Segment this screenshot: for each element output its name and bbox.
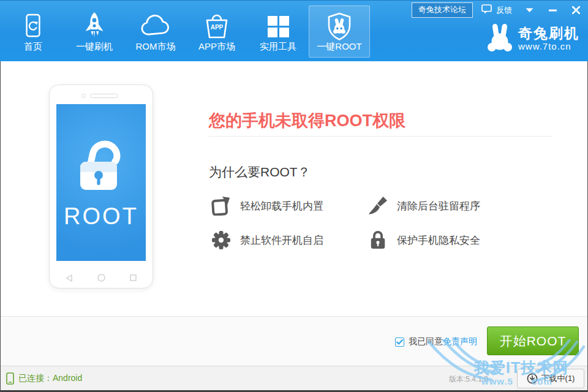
feature-label: 轻松卸载手机内置 xyxy=(240,199,323,213)
app-window: 首页 一键刷机 xyxy=(0,0,588,392)
rocket-icon xyxy=(82,12,107,40)
agree-checkbox[interactable] xyxy=(395,337,404,347)
brand-logo: 奇兔刷机 www.7to.cn xyxy=(487,23,579,55)
close-button[interactable] xyxy=(567,4,584,17)
feature-label: 禁止软件开机自启 xyxy=(240,233,323,247)
shield-rabbit-icon xyxy=(325,12,354,40)
uninstall-icon xyxy=(211,196,231,216)
feature-label: 保护手机隐私安全 xyxy=(397,233,480,247)
divider xyxy=(209,136,552,137)
nav-label: 一键ROOT xyxy=(317,41,361,53)
agreement-row: 我已同意 免责声明 xyxy=(395,336,477,347)
menu-dropdown-button[interactable] xyxy=(521,4,538,17)
nav-label: ROM市场 xyxy=(136,41,176,53)
connection-text: 已连接：Android xyxy=(18,373,82,384)
nav-label: 实用工具 xyxy=(260,41,296,53)
cloud-icon xyxy=(140,12,172,40)
window-topbar: 奇兔技术论坛 反馈 xyxy=(412,2,584,18)
window-body: ROOT 您的手机未取得ROOT权限 为什么要ROOT？ xyxy=(0,61,588,392)
brand-url: www.7to.cn xyxy=(518,41,579,51)
feature-privacy: 保护手机隐私安全 xyxy=(368,230,480,250)
gear-icon xyxy=(211,230,231,250)
why-root-heading: 为什么要ROOT？ xyxy=(209,164,311,181)
app-bag-icon-text: APP xyxy=(211,24,224,31)
android-back-icon xyxy=(66,274,73,282)
main-content: ROOT 您的手机未取得ROOT权限 为什么要ROOT？ xyxy=(1,61,587,316)
feature-label: 清除后台驻留程序 xyxy=(397,199,480,213)
nav-label: 首页 xyxy=(24,41,42,53)
download-label: 下载中(1) xyxy=(541,373,575,384)
main-nav: 首页 一键刷机 xyxy=(2,1,370,58)
phone-speaker xyxy=(90,94,118,98)
nav-item-flash[interactable]: 一键刷机 xyxy=(64,6,125,58)
broom-icon xyxy=(368,196,388,216)
android-home-icon xyxy=(97,274,105,282)
nav-item-one-key-root[interactable]: 一键ROOT xyxy=(309,6,370,58)
nav-label: 一键刷机 xyxy=(76,41,113,53)
phone-refresh-icon xyxy=(21,12,45,40)
download-icon xyxy=(527,373,538,384)
feedback-button[interactable]: 反馈 xyxy=(479,3,514,17)
header: 首页 一键刷机 xyxy=(0,0,588,61)
disclaimer-link[interactable]: 免责声明 xyxy=(443,336,477,347)
nav-item-home[interactable]: 首页 xyxy=(2,6,64,58)
unlock-padlock-icon xyxy=(67,135,135,197)
action-bar: 我已同意 免责声明 开始ROOT xyxy=(1,316,587,366)
download-button[interactable]: 下载中(1) xyxy=(517,369,584,388)
status-bar: 已连接：Android 版本:5.4.1.0 下载中(1) xyxy=(1,366,587,390)
tiles-icon xyxy=(266,12,290,40)
nav-item-rom-market[interactable]: ROM市场 xyxy=(125,6,186,58)
speech-bubble-icon xyxy=(481,4,492,16)
phone-screen: ROOT xyxy=(56,104,146,261)
checkmark-icon xyxy=(396,339,403,345)
forum-button[interactable]: 奇兔技术论坛 xyxy=(412,2,473,18)
phone-screen-text: ROOT xyxy=(64,203,138,230)
android-recents-icon xyxy=(130,274,137,281)
chevron-down-icon xyxy=(526,8,533,13)
nav-item-app-market[interactable]: APP APP市场 xyxy=(186,6,247,58)
lock-icon xyxy=(368,230,388,250)
minimize-icon xyxy=(549,9,557,12)
feature-clean: 清除后台驻留程序 xyxy=(368,196,480,216)
feature-uninstall: 轻松卸载手机内置 xyxy=(211,196,323,216)
feedback-label: 反馈 xyxy=(496,5,512,16)
phone-camera-dot xyxy=(81,94,86,98)
nav-item-tools[interactable]: 实用工具 xyxy=(247,6,309,58)
minimize-button[interactable] xyxy=(544,4,561,17)
agree-label: 我已同意 xyxy=(409,336,443,347)
close-icon xyxy=(572,6,580,14)
rabbit-logo-icon xyxy=(487,23,513,55)
phone-nav-buttons xyxy=(66,274,137,282)
version-label: 版本:5.4.1.0 xyxy=(449,374,488,385)
connected-phone-icon xyxy=(6,372,14,385)
page-title: 您的手机未取得ROOT权限 xyxy=(209,110,405,132)
root-info-panel: 您的手机未取得ROOT权限 为什么要ROOT？ 轻松卸载手机内置 xyxy=(209,61,552,316)
feature-autostart: 禁止软件开机自启 xyxy=(211,230,323,250)
app-bag-icon: APP xyxy=(203,12,231,40)
brand-name: 奇兔刷机 xyxy=(518,26,579,41)
nav-label: APP市场 xyxy=(198,41,235,53)
start-root-button[interactable]: 开始ROOT xyxy=(487,326,579,355)
phone-illustration: ROOT xyxy=(49,85,153,288)
connection-status: 已连接：Android xyxy=(6,366,82,390)
